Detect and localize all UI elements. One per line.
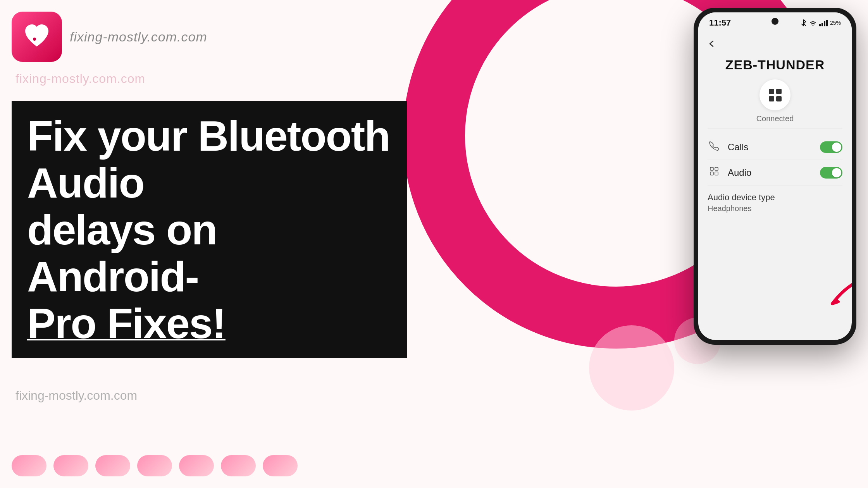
bt-icon-grid	[766, 86, 784, 104]
headline-line1: Fix your Bluetooth Audio	[27, 112, 390, 206]
watermark-bottom: fixing-mostly.com.com	[16, 388, 137, 403]
status-icons: 25%	[801, 19, 841, 27]
bt-dot-4	[776, 96, 782, 101]
headline-line3: Pro Fixes!	[27, 299, 226, 347]
audio-toggle[interactable]	[820, 167, 842, 179]
headline-text: Fix your Bluetooth Audio delays on Andro…	[27, 112, 391, 347]
divider-1	[708, 129, 842, 129]
bt-dot-2	[776, 89, 782, 94]
audio-icon	[708, 166, 721, 179]
shape-pill-1	[12, 455, 46, 476]
camera-notch	[772, 18, 778, 25]
app-content: ZEB-THUNDER Connected	[698, 31, 852, 213]
website-header: fixing-mostly.com.com	[70, 29, 207, 45]
status-time: 11:57	[709, 18, 731, 28]
shape-pill-7	[263, 455, 298, 476]
bg-circle-small	[589, 325, 674, 411]
shape-pill-3	[95, 455, 130, 476]
audio-toggle-row[interactable]: Audio	[708, 160, 842, 186]
calls-toggle[interactable]	[820, 141, 842, 153]
bt-dot-1	[769, 89, 774, 94]
arrow-svg	[825, 277, 852, 315]
calls-toggle-row[interactable]: Calls	[708, 134, 842, 160]
logo-box	[12, 12, 62, 62]
battery-indicator: 25%	[830, 20, 841, 26]
watermark-mid: fixing-mostly.com.com	[16, 72, 145, 86]
shape-pill-5	[179, 455, 214, 476]
svg-rect-2	[715, 167, 718, 170]
bluetooth-status-icon	[801, 19, 807, 27]
shape-pill-4	[137, 455, 172, 476]
bt-icon-box	[760, 79, 790, 110]
connected-label: Connected	[756, 114, 794, 123]
phone-body: 11:57	[694, 8, 856, 345]
svg-rect-3	[710, 172, 713, 175]
signal-bars	[819, 20, 828, 26]
shape-pill-6	[221, 455, 256, 476]
arrow-annotation	[825, 277, 852, 317]
bottom-decorative-shapes	[12, 455, 298, 476]
svg-rect-1	[710, 167, 713, 170]
audio-device-type-value: Headphones	[708, 204, 842, 213]
calls-icon	[708, 141, 721, 153]
svg-point-0	[33, 38, 36, 41]
audio-label: Audio	[728, 167, 820, 178]
logo-icon	[21, 21, 52, 52]
calls-label: Calls	[728, 142, 820, 153]
phone-mockup: 11:57	[694, 8, 856, 345]
svg-rect-4	[715, 172, 718, 175]
audio-device-type-label: Audio device type	[708, 192, 842, 203]
audio-device-section: Audio device type Headphones	[708, 186, 842, 213]
headline-block: Fix your Bluetooth Audio delays on Andro…	[12, 101, 407, 358]
logo-container: fixing-mostly.com.com	[12, 12, 207, 62]
bt-icon-container: Connected	[708, 79, 842, 123]
back-button[interactable]	[708, 35, 715, 53]
wifi-status-icon	[809, 20, 817, 26]
bt-dot-3	[769, 96, 774, 101]
headline-line2: delays on Android-	[27, 206, 217, 300]
shape-pill-2	[53, 455, 88, 476]
phone-screen: 11:57	[698, 12, 852, 340]
device-name: ZEB-THUNDER	[708, 57, 842, 72]
